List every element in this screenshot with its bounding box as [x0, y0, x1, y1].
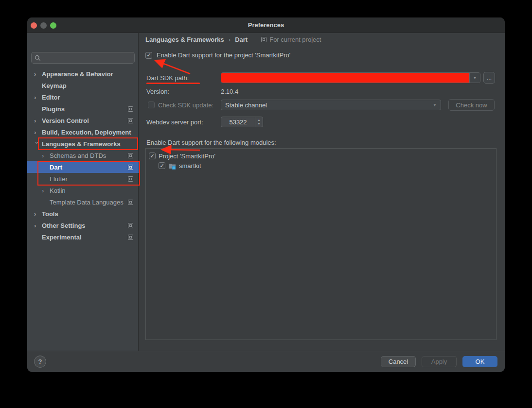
- module-row[interactable]: ✓ smartkit: [146, 161, 496, 170]
- modules-tree-panel: ✓ Project 'SmartkitPro' ✓ smartkit: [145, 148, 497, 340]
- webdev-port-stepper[interactable]: ▲ ▼: [255, 117, 263, 127]
- annotation-redacted-sdk-path-value: [221, 73, 469, 83]
- current-project-icon: [128, 223, 133, 228]
- enable-dart-checkbox[interactable]: ✓: [145, 52, 152, 59]
- sidebar-item-label: Dart: [50, 164, 62, 171]
- webdev-port-label: Webdev server port:: [146, 119, 203, 126]
- chevron-right-icon[interactable]: ›: [34, 118, 42, 124]
- sidebar-item-label: Version Control: [42, 117, 89, 124]
- current-project-icon: [128, 118, 133, 123]
- breadcrumb: Languages & Frameworks › Dart For curren…: [145, 36, 321, 43]
- chevron-down-icon[interactable]: ›: [34, 142, 40, 150]
- settings-sidebar: › Appearance & Behavior Keymap › Editor …: [27, 33, 139, 351]
- search-input[interactable]: [43, 54, 131, 61]
- chevron-right-icon[interactable]: ›: [42, 187, 50, 194]
- module-checkbox[interactable]: ✓: [159, 162, 165, 169]
- titlebar: Preferences: [27, 17, 505, 33]
- sidebar-item-label: Appearance & Behavior: [42, 70, 113, 78]
- sidebar-item-label: Experimental: [42, 234, 82, 241]
- sdk-path-combobox[interactable]: ▼: [221, 72, 480, 83]
- current-project-icon: [128, 165, 133, 170]
- channel-dropdown-arrow-icon: ▼: [433, 103, 437, 107]
- sidebar-item-label: Schemas and DTDs: [50, 152, 106, 159]
- sdk-channel-dropdown[interactable]: Stable channel ▼: [221, 100, 441, 110]
- scope-label: For current project: [269, 36, 321, 43]
- chevron-right-icon[interactable]: ›: [34, 222, 42, 229]
- sdk-channel-value: Stable channel: [225, 102, 267, 109]
- step-down-icon[interactable]: ▼: [258, 122, 261, 126]
- step-up-icon[interactable]: ▲: [258, 118, 261, 122]
- sidebar-item-version-control[interactable]: › Version Control: [27, 115, 139, 126]
- module-icon: [168, 162, 176, 170]
- sidebar-item-label: Build, Execution, Deployment: [42, 129, 131, 136]
- modules-section-label: Enable Dart support for the following mo…: [146, 139, 276, 146]
- enable-dart-row: ✓ Enable Dart support for the project 'S…: [145, 51, 290, 59]
- sdk-path-label: Dart SDK path:: [146, 74, 189, 82]
- cancel-button[interactable]: Cancel: [381, 356, 416, 367]
- sidebar-item-label: Editor: [42, 94, 60, 101]
- window-title: Preferences: [248, 21, 284, 29]
- sidebar-item-schemas-and-dtds[interactable]: › Schemas and DTDs: [27, 150, 139, 161]
- sidebar-tree: › Appearance & Behavior Keymap › Editor …: [27, 68, 139, 243]
- check-now-button[interactable]: Check now: [448, 99, 495, 111]
- sidebar-item-template-data-languages[interactable]: Template Data Languages: [27, 196, 139, 208]
- screen: Preferences › Appearance & Behavior Keym…: [0, 0, 532, 408]
- zoom-window-button[interactable]: [50, 22, 56, 29]
- sidebar-item-kotlin[interactable]: › Kotlin: [27, 185, 139, 196]
- check-sdk-update-checkbox[interactable]: [148, 102, 155, 108]
- chevron-right-icon[interactable]: ›: [34, 94, 42, 101]
- sidebar-item-label: Keymap: [42, 82, 67, 89]
- apply-button[interactable]: Apply: [422, 356, 457, 367]
- version-value: 2.10.4: [221, 88, 238, 95]
- sdk-path-browse-button[interactable]: ...: [483, 72, 495, 84]
- chevron-right-icon[interactable]: ›: [42, 153, 50, 159]
- help-button[interactable]: ?: [34, 356, 46, 368]
- current-project-icon: [128, 106, 133, 112]
- annotation-underline-sdk-path: [146, 83, 200, 84]
- current-project-icon: [128, 176, 133, 182]
- annotation-arrow-enable-checkbox: [156, 61, 190, 74]
- enable-dart-label: Enable Dart support for the project 'Sma…: [157, 51, 290, 59]
- ok-button[interactable]: OK: [462, 356, 497, 367]
- chevron-right-icon[interactable]: ›: [34, 71, 42, 77]
- sdk-path-dropdown-arrow-icon[interactable]: ▼: [469, 73, 480, 83]
- sidebar-item-plugins[interactable]: Plugins: [27, 103, 139, 115]
- breadcrumb-section: Languages & Frameworks: [145, 36, 224, 43]
- sidebar-item-build-execution-deployment[interactable]: › Build, Execution, Deployment: [27, 126, 139, 138]
- sidebar-item-label: Template Data Languages: [50, 199, 124, 206]
- dialog-footer: ? Cancel Apply OK: [27, 351, 505, 372]
- sidebar-item-flutter[interactable]: Flutter: [27, 173, 139, 185]
- module-row[interactable]: ✓ Project 'SmartkitPro': [146, 151, 496, 161]
- sidebar-item-label: Flutter: [50, 175, 68, 183]
- breadcrumb-page: Dart: [235, 36, 248, 43]
- chevron-right-icon[interactable]: ›: [34, 129, 42, 136]
- version-label: Version:: [146, 88, 169, 95]
- settings-search[interactable]: [31, 52, 135, 64]
- sidebar-item-label: Kotlin: [50, 187, 66, 194]
- current-project-icon: [128, 235, 133, 240]
- sidebar-item-experimental[interactable]: Experimental: [27, 231, 139, 243]
- preferences-window: Preferences › Appearance & Behavior Keym…: [27, 17, 505, 372]
- current-project-icon: [128, 200, 133, 205]
- chevron-right-icon[interactable]: ›: [34, 211, 42, 217]
- sidebar-item-tools[interactable]: › Tools: [27, 208, 139, 220]
- webdev-port-spinner[interactable]: 53322 ▲ ▼: [221, 117, 263, 127]
- sidebar-item-label: Other Settings: [42, 222, 86, 229]
- breadcrumb-separator-icon: ›: [229, 36, 231, 43]
- sidebar-item-editor[interactable]: › Editor: [27, 91, 139, 103]
- module-label: smartkit: [179, 162, 201, 170]
- check-sdk-update-label: Check SDK update:: [158, 102, 213, 109]
- close-window-button[interactable]: [31, 22, 37, 29]
- sidebar-item-dart[interactable]: Dart: [27, 161, 139, 173]
- current-project-icon: [128, 153, 133, 158]
- minimize-window-button[interactable]: [40, 22, 47, 29]
- sidebar-item-other-settings[interactable]: › Other Settings: [27, 220, 139, 231]
- current-project-icon: [261, 37, 266, 42]
- scope-indicator: For current project: [261, 36, 321, 43]
- sidebar-item-languages-frameworks[interactable]: › Languages & Frameworks: [27, 138, 139, 150]
- sidebar-item-appearance-behavior[interactable]: › Appearance & Behavior: [27, 68, 139, 80]
- window-controls: [31, 22, 56, 29]
- webdev-port-value: 53322: [221, 117, 255, 127]
- module-checkbox[interactable]: ✓: [149, 153, 156, 159]
- sidebar-item-keymap[interactable]: Keymap: [27, 80, 139, 91]
